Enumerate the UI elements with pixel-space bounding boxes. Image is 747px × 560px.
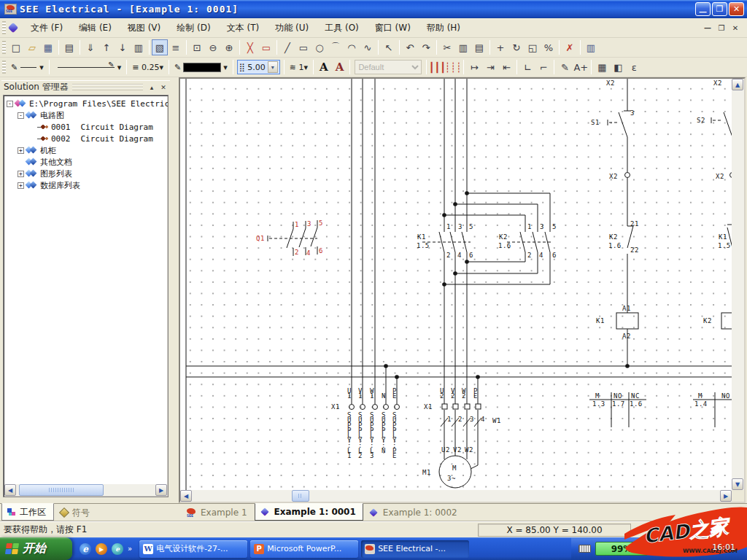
scroll-right-icon[interactable]: ▶	[155, 484, 167, 496]
panel-pin-icon[interactable]: ▴	[147, 82, 157, 92]
erase-icon[interactable]: ╳	[242, 39, 258, 55]
tree-item[interactable]: +机柜	[5, 144, 166, 156]
mdi-close-button[interactable]: ✕	[729, 23, 741, 33]
tree-item[interactable]: +图形列表	[5, 168, 166, 179]
export-page-icon[interactable]: ⇓	[82, 39, 98, 55]
page-manager-icon[interactable]: ▥	[131, 39, 147, 55]
tree-item[interactable]: -E:\Program Files\SEE Electrica	[5, 98, 166, 109]
draw-line-icon[interactable]: ╱	[279, 39, 295, 55]
draw-ellipse-icon[interactable]: ◠	[344, 39, 360, 55]
tab-close-icon[interactable]: ✕	[738, 509, 743, 516]
wire-to-terminal-icon[interactable]: ⇥	[482, 59, 498, 75]
symbol-pin-icon[interactable]: ◧	[610, 59, 626, 75]
delete-icon[interactable]: ✗	[562, 39, 578, 55]
document-tab[interactable]: Example 1: 0001	[255, 503, 363, 521]
taskbar-button[interactable]: 电气设计软件-27-...	[139, 540, 247, 558]
scroll-right-icon[interactable]: ▶	[720, 490, 732, 502]
drawing-canvas[interactable]: X2X2S13S2X2X2135246K11.5135246K21.62122K…	[180, 79, 732, 490]
menu-item[interactable]: 窗口 (W)	[367, 19, 419, 37]
scroll-thumb[interactable]	[19, 484, 104, 496]
panel-horizontal-scrollbar[interactable]: ◀ ▶	[4, 484, 167, 496]
zoom-page-icon[interactable]: ⊡	[189, 39, 205, 55]
text-tool-button[interactable]: A	[316, 61, 332, 74]
column-settings-icon[interactable]: ▥	[583, 39, 599, 55]
document-tab[interactable]: Example 1: 0002	[363, 504, 465, 521]
menu-item[interactable]: 文本 (T)	[219, 19, 268, 37]
toolbar-grip[interactable]	[2, 61, 6, 74]
tree-item[interactable]: 0002Circuit Diagram	[5, 133, 166, 144]
copy-icon[interactable]: ▥	[455, 39, 471, 55]
battery-indicator[interactable]: 99%	[595, 542, 648, 556]
zoom-out-icon[interactable]: ⊖	[205, 39, 221, 55]
canvas-vertical-scrollbar[interactable]: ▲ ▼	[732, 79, 744, 490]
zone-select-icon[interactable]: ▭	[258, 39, 274, 55]
draw-arc-icon[interactable]: ⌒	[328, 39, 344, 55]
tray-update-icon[interactable]	[680, 544, 690, 554]
expand-icon[interactable]: +	[18, 147, 24, 154]
taskbar-button[interactable]: Microsoft PowerP...	[250, 540, 358, 558]
menu-item[interactable]: 工具 (O)	[317, 19, 367, 37]
minimize-button[interactable]: —	[695, 2, 711, 16]
select-cursor-icon[interactable]: ↖	[381, 39, 397, 55]
wire-corner-up-icon[interactable]: ⌐	[535, 59, 551, 75]
page-down-icon[interactable]: ↓	[115, 39, 131, 55]
menu-grip[interactable]	[2, 21, 6, 34]
expand-icon[interactable]: +	[18, 171, 24, 177]
potential-bars-icon[interactable]: ┃┃┃	[429, 59, 445, 75]
undo-icon[interactable]: ↶	[402, 39, 418, 55]
save-icon[interactable]: ▦	[40, 39, 56, 55]
panel-tab-symbol[interactable]: 符号	[54, 504, 98, 521]
tree-item[interactable]: 0001Circuit Diagram	[5, 121, 166, 133]
solution-explorer-toggle-icon[interactable]: ▧	[152, 39, 168, 55]
wire-arrow-icon[interactable]: ↦	[466, 59, 482, 75]
tree-item[interactable]: 其他文档	[5, 156, 166, 168]
page-up-icon[interactable]: ↑	[98, 39, 115, 55]
power-plug-icon[interactable]	[652, 545, 661, 553]
scroll-thumb[interactable]	[292, 490, 309, 502]
tree-item[interactable]: +数据库列表	[5, 179, 166, 191]
symbol-multi-icon[interactable]: ε	[626, 59, 642, 75]
font-select[interactable]: Default	[355, 60, 422, 74]
tab-scroll-left-icon[interactable]: ◀	[719, 509, 723, 516]
potential-bars-dotted-icon[interactable]: ┊┊┊	[445, 59, 461, 75]
layer-dropdown[interactable]: ≋ 1▾	[288, 60, 309, 74]
color-dropdown[interactable]: ✎▾	[173, 60, 229, 74]
close-button[interactable]: ✕	[729, 2, 744, 16]
cut-icon[interactable]: ✂	[439, 39, 455, 55]
wire-from-terminal-icon[interactable]: ⇤	[498, 59, 514, 75]
restore-button[interactable]: ❒	[712, 2, 727, 16]
paste-icon[interactable]: ▤	[471, 39, 487, 55]
new-file-icon[interactable]: □	[8, 39, 24, 55]
move-icon[interactable]: +	[492, 39, 508, 55]
tree-item[interactable]: -电路图	[5, 109, 166, 121]
canvas-horizontal-scrollbar[interactable]: ◀ ▶	[180, 490, 732, 502]
text-add-icon[interactable]: A+	[573, 59, 589, 75]
media-player-icon[interactable]: ▶	[96, 543, 107, 555]
draw-circle-icon[interactable]: ○	[311, 39, 328, 55]
text-attribute-button[interactable]: A	[332, 61, 348, 74]
start-button[interactable]: 开始	[0, 537, 72, 560]
document-tab[interactable]: SEEExample 1	[181, 504, 255, 521]
wire-corner-down-icon[interactable]: ∟	[519, 59, 535, 75]
rotate-icon[interactable]: ↻	[508, 39, 525, 55]
menu-item[interactable]: 视图 (V)	[120, 19, 169, 37]
line-width-dropdown[interactable]: ≡ 0.25▾	[131, 60, 165, 74]
menu-item[interactable]: 帮助 (H)	[419, 19, 468, 37]
tray-language-icon[interactable]: ◀	[665, 544, 676, 554]
expand-icon[interactable]: +	[18, 182, 24, 189]
menu-item[interactable]: 文件 (F)	[23, 19, 71, 37]
menu-item[interactable]: 编辑 (E)	[71, 19, 120, 37]
panel-tab-workspace[interactable]: 工作区	[1, 503, 54, 521]
scroll-down-icon[interactable]: ▼	[732, 478, 743, 490]
internet-explorer-icon[interactable]: e	[80, 543, 91, 555]
line-list-icon[interactable]: ≡	[168, 39, 184, 55]
draw-rectangle-icon[interactable]: ▭	[295, 39, 311, 55]
redo-icon[interactable]: ↷	[418, 39, 434, 55]
panel-header[interactable]: Solution 管理器 ▴ ✕	[1, 80, 170, 93]
collapse-icon[interactable]: -	[18, 112, 24, 119]
percent-icon[interactable]: %	[541, 39, 557, 55]
draw-spline-icon[interactable]: ∿	[360, 39, 376, 55]
open-folder-icon[interactable]: ▱	[24, 39, 40, 55]
symbol-grid-icon[interactable]: ▦	[594, 59, 610, 75]
panel-close-icon[interactable]: ✕	[158, 82, 169, 92]
